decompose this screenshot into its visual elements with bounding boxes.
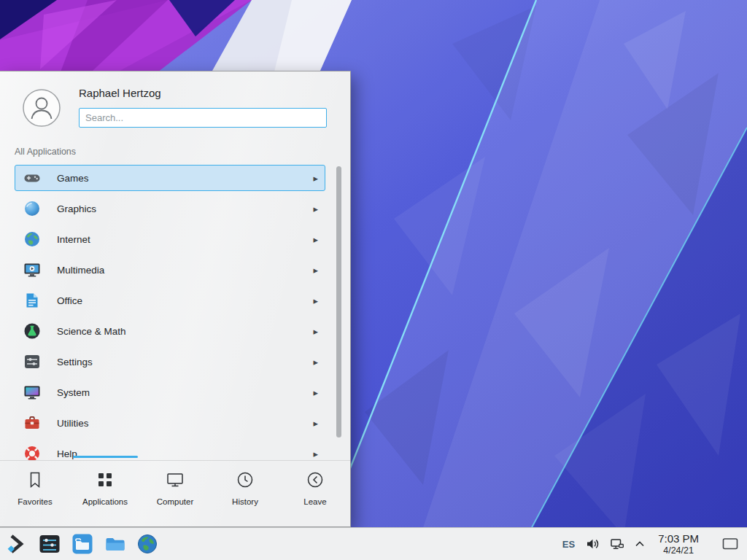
app-launcher-icon bbox=[6, 533, 28, 555]
category-label: Settings bbox=[57, 357, 93, 368]
tab-label: Leave bbox=[303, 497, 326, 506]
submenu-arrow-icon: ▸ bbox=[313, 327, 318, 336]
search-input[interactable] bbox=[79, 108, 327, 128]
user-avatar[interactable] bbox=[23, 89, 61, 127]
submenu-arrow-icon: ▸ bbox=[313, 174, 318, 183]
settings-icon bbox=[23, 353, 41, 370]
help-icon bbox=[23, 445, 41, 460]
tab-computer[interactable]: Computer bbox=[140, 461, 210, 526]
tab-favorites[interactable]: Favorites bbox=[0, 461, 70, 526]
bookmark-icon bbox=[26, 470, 44, 492]
show-desktop-icon bbox=[722, 537, 738, 551]
submenu-arrow-icon: ▸ bbox=[313, 265, 318, 275]
category-multimedia[interactable]: Multimedia ▸ bbox=[15, 257, 325, 283]
category-help[interactable]: Help ▸ bbox=[15, 440, 325, 460]
category-settings[interactable]: Settings ▸ bbox=[15, 349, 325, 375]
category-science-math[interactable]: Science & Math ▸ bbox=[15, 318, 325, 344]
monitor-icon bbox=[166, 470, 185, 492]
section-label: All Applications bbox=[15, 147, 76, 157]
web-browser-icon[interactable] bbox=[137, 530, 158, 558]
app-launcher-button[interactable] bbox=[6, 530, 28, 558]
office-icon bbox=[23, 292, 41, 309]
category-utilities[interactable]: Utilities ▸ bbox=[15, 410, 325, 436]
category-label: Internet bbox=[57, 234, 90, 245]
list-scrollbar[interactable] bbox=[336, 166, 341, 438]
graphics-icon bbox=[23, 200, 41, 217]
category-list: Games ▸ Graphics ▸ Internet ▸ bbox=[15, 165, 325, 460]
submenu-arrow-icon: ▸ bbox=[313, 419, 318, 428]
system-icon bbox=[23, 384, 41, 401]
multimedia-icon bbox=[23, 261, 41, 279]
category-graphics[interactable]: Graphics ▸ bbox=[15, 195, 325, 222]
settings-app-icon[interactable] bbox=[39, 530, 61, 558]
launcher-tabbar: Favorites Applications Computer History bbox=[0, 460, 350, 526]
submenu-arrow-icon: ▸ bbox=[313, 357, 318, 367]
taskbar: ES bbox=[0, 527, 747, 560]
tab-label: Favorites bbox=[18, 497, 52, 506]
category-office[interactable]: Office ▸ bbox=[15, 287, 325, 314]
category-label: Utilities bbox=[57, 418, 89, 429]
category-system[interactable]: System ▸ bbox=[15, 379, 325, 405]
submenu-arrow-icon: ▸ bbox=[313, 388, 318, 397]
submenu-arrow-icon: ▸ bbox=[313, 449, 318, 459]
expand-tray-icon[interactable] bbox=[635, 540, 645, 548]
user-name: Raphael Hertzog bbox=[79, 87, 161, 99]
desktop: Raphael Hertzog All Applications Games ▸… bbox=[0, 0, 747, 560]
category-label: Graphics bbox=[57, 203, 96, 214]
active-tab-indicator bbox=[73, 456, 138, 458]
category-internet[interactable]: Internet ▸ bbox=[15, 226, 325, 252]
clock-time: 7:03 PM bbox=[658, 532, 699, 545]
system-tray: ES bbox=[562, 530, 743, 558]
submenu-arrow-icon: ▸ bbox=[313, 204, 318, 214]
submenu-arrow-icon: ▸ bbox=[313, 296, 318, 306]
utilities-icon bbox=[23, 414, 41, 432]
tab-applications[interactable]: Applications bbox=[70, 461, 140, 526]
clock-icon bbox=[236, 470, 255, 492]
application-launcher-menu: Raphael Hertzog All Applications Games ▸… bbox=[0, 71, 351, 527]
show-desktop-button[interactable] bbox=[719, 530, 741, 558]
file-manager-icon[interactable] bbox=[71, 530, 93, 558]
tab-history[interactable]: History bbox=[210, 461, 280, 526]
tab-label: History bbox=[232, 497, 258, 506]
category-label: Science & Math bbox=[57, 326, 126, 337]
keyboard-layout-indicator[interactable]: ES bbox=[562, 539, 575, 550]
games-icon bbox=[23, 169, 41, 187]
digital-clock[interactable]: 7:03 PM 4/24/21 bbox=[658, 532, 699, 556]
category-games[interactable]: Games ▸ bbox=[15, 165, 325, 191]
category-label: System bbox=[57, 387, 90, 398]
volume-icon[interactable] bbox=[585, 537, 600, 551]
tab-label: Applications bbox=[82, 497, 128, 506]
tab-leave[interactable]: Leave bbox=[280, 461, 350, 526]
network-icon[interactable] bbox=[610, 537, 624, 551]
grid-icon bbox=[96, 470, 115, 492]
clock-date: 4/24/21 bbox=[663, 545, 694, 556]
tab-label: Computer bbox=[157, 497, 194, 506]
leave-icon bbox=[306, 470, 325, 492]
category-label: Multimedia bbox=[57, 265, 104, 276]
science-icon bbox=[23, 322, 41, 340]
folder-icon[interactable] bbox=[104, 530, 126, 558]
category-label: Games bbox=[57, 173, 89, 184]
internet-icon bbox=[23, 230, 41, 248]
category-label: Office bbox=[57, 295, 82, 306]
submenu-arrow-icon: ▸ bbox=[313, 235, 318, 244]
